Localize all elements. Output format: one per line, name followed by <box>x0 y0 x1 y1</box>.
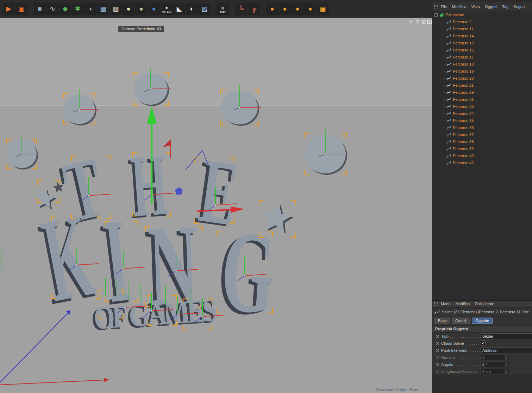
spinner-arrows-icon[interactable] <box>505 355 508 360</box>
menu-item[interactable]: Vista <box>471 5 480 9</box>
tree-item-label: Percorso 18 <box>453 62 474 66</box>
camera-object-icon[interactable]: ▥ <box>110 3 122 15</box>
tree-item-percorso[interactable]: Percorso 14 <box>432 32 532 39</box>
keyframe-circle-icon[interactable] <box>436 370 439 373</box>
tree-item-percorso[interactable]: Percorso 35 <box>432 117 532 124</box>
target-light-icon[interactable]: ● <box>135 3 147 15</box>
toolbar-icon-glyph: ● <box>295 5 299 12</box>
tree-item-percorso[interactable]: Percorso 29 <box>432 89 532 96</box>
spinner-arrows-icon[interactable] <box>505 369 508 374</box>
material-sphere-3-icon[interactable]: ● <box>292 3 303 15</box>
tree-item-percorso[interactable]: Percorso 42 <box>432 159 532 166</box>
tree-item-percorso[interactable]: Percorso 31 <box>432 96 532 103</box>
section-title: Proprietà Oggetto <box>435 327 468 331</box>
spline-pen-icon[interactable]: ∿ <box>46 3 58 15</box>
toolbar-icon-glyph: ● <box>221 4 225 11</box>
gradient-shader-icon[interactable]: ◐ <box>186 3 198 15</box>
ik-joint-icon[interactable]: ╚ <box>235 3 247 15</box>
tree-item-percorso[interactable]: Percorso 18 <box>432 61 532 68</box>
tipo-dropdown[interactable]: Bezier <box>481 333 532 339</box>
keyframe-circle-icon[interactable] <box>436 356 439 359</box>
tree-item-percorso[interactable]: Percorso 39 <box>432 145 532 152</box>
menu-item[interactable]: Segnal <box>513 5 525 9</box>
deformer-icon[interactable]: ◖ <box>85 3 96 15</box>
tab-base[interactable]: Base <box>434 318 450 324</box>
keyframe-circle-icon[interactable] <box>436 349 439 352</box>
sky-texture-icon[interactable]: ▨ <box>199 3 211 15</box>
object-manager: Estrusione Percorso 2 Percorso 1 <box>432 11 532 300</box>
tree-item-percorso[interactable]: Percorso 33 <box>432 103 532 110</box>
floor-object-icon[interactable]: ◣ <box>173 3 185 15</box>
expander-icon[interactable] <box>434 13 438 17</box>
tree-connector <box>442 117 446 124</box>
toolbar-icon-glyph: ▪ <box>165 4 168 11</box>
tree-connector <box>442 39 446 47</box>
toolbar-icon-glyph: ● <box>270 5 274 12</box>
viewport-3d[interactable]: T T H H E E K K I I N N G G OF GAMES OF <box>0 18 432 393</box>
tree-item-estrusione[interactable]: Estrusione <box>432 11 532 18</box>
menu-item[interactable]: File <box>441 5 447 9</box>
tree-item-label: Percorso 40 <box>453 154 474 158</box>
tree-item-percorso[interactable]: Percorso 20 <box>432 75 532 82</box>
tree-item-percorso[interactable]: Percorso 15 <box>432 39 532 47</box>
sky-object-icon[interactable]: ● <box>148 3 160 15</box>
ik-chain-icon[interactable]: ╔ <box>248 3 260 15</box>
keyframe-circle-icon[interactable] <box>436 342 439 345</box>
texture-tag-icon[interactable]: ▣ <box>317 3 329 15</box>
angolo-spinner[interactable]: 5 ° <box>481 362 509 367</box>
panel-grip-icon[interactable] <box>434 5 438 9</box>
tree-item-percorso[interactable]: Percorso 38 <box>432 138 532 145</box>
tree-item-label: Percorso 39 <box>453 147 474 151</box>
keyframe-circle-icon[interactable] <box>436 363 439 366</box>
extrude-generator-icon[interactable]: ◆ <box>59 3 71 15</box>
tree-item-percorso[interactable]: Percorso 16 <box>432 47 532 54</box>
panel-grip-icon[interactable] <box>434 302 438 306</box>
toolbar-icon-label: PHY CAM <box>162 11 171 13</box>
camera-label-pill[interactable]: Camera Predefinita <box>118 26 164 32</box>
render-settings-icon[interactable]: ▣ <box>15 3 27 15</box>
menu-item[interactable]: Modo <box>441 302 451 306</box>
tree-item-percorso[interactable]: Percorso 2 <box>432 18 532 25</box>
tab-coord[interactable]: Coord. <box>452 318 470 324</box>
plane-grid-icon[interactable]: ▦ <box>97 3 109 15</box>
spinner-value: 5 cm <box>482 369 491 374</box>
tree-item-percorso[interactable]: Percorso 11 <box>432 25 532 32</box>
spline-object-icon <box>446 104 451 109</box>
prop-leader: . . . . . . . . <box>465 341 532 345</box>
menu-item[interactable]: Tag <box>502 5 508 9</box>
tree-item-percorso[interactable]: Percorso 40 <box>432 152 532 159</box>
material-sphere-4-icon[interactable]: ● <box>304 3 316 15</box>
light-object-icon[interactable]: ● <box>123 3 134 15</box>
spline-object-icon <box>446 62 451 67</box>
tree-item-percorso[interactable]: Percorso 34 <box>432 110 532 117</box>
menu-item[interactable]: Dati Utente <box>475 302 494 306</box>
cube-primitive-icon[interactable]: ■ <box>34 3 46 15</box>
tab-oggetto[interactable]: Oggetto <box>472 318 493 324</box>
tree-connector <box>442 96 446 103</box>
material-sphere-1-icon[interactable]: ● <box>266 3 278 15</box>
selection-info-row: Spline (21 Elementi) [Percorso 2, Percor… <box>432 308 532 316</box>
spinner-arrows-icon[interactable] <box>505 362 508 367</box>
chiudi-spline-checkbox[interactable]: ✔ <box>481 340 486 345</box>
tree-item-percorso[interactable]: Percorso 36 <box>432 124 532 131</box>
menu-item[interactable]: Modifica <box>456 302 470 306</box>
physical-camera-icon[interactable]: ▪ PHY CAM <box>161 3 173 15</box>
tree-item-percorso[interactable]: Percorso 21 <box>432 82 532 89</box>
tree-item-percorso[interactable]: Percorso 19 <box>432 68 532 75</box>
numero-spinner[interactable]: 8 <box>481 355 509 360</box>
tree-item-percorso[interactable]: Percorso 17 <box>432 54 532 61</box>
tree-item-percorso[interactable]: Percorso 37 <box>432 131 532 138</box>
menu-item[interactable]: Oggetti <box>485 5 497 9</box>
material-sphere-2-icon[interactable]: ● <box>279 3 291 15</box>
toolbar-icon-glyph: ● <box>283 5 287 12</box>
menu-item[interactable]: Modifica <box>452 5 467 9</box>
viewport-canvas[interactable]: T T H H E E K K I I N N G G OF GAMES OF <box>0 18 432 393</box>
tree-item-label: Percorso 14 <box>453 34 474 38</box>
lunghezza-massima-spinner[interactable]: 5 cm <box>481 369 509 374</box>
render-view-icon[interactable]: ▶ <box>3 3 15 15</box>
brdf-material-icon[interactable]: ● BRDF <box>217 3 229 15</box>
punti-intermedi-dropdown[interactable]: Adattiva <box>481 348 532 353</box>
keyframe-circle-icon[interactable] <box>436 335 439 338</box>
spline-object-icon <box>446 41 451 45</box>
array-generator-icon[interactable]: ✱ <box>72 3 84 15</box>
